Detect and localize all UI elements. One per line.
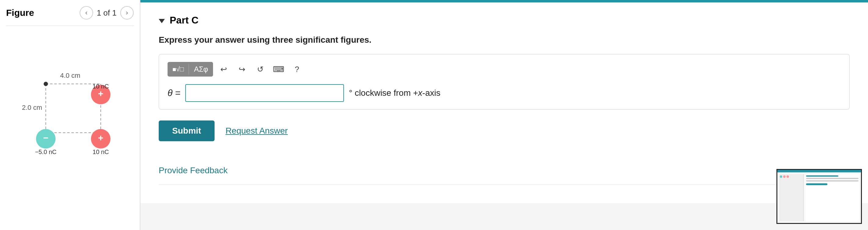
pagination: ‹ 1 of 1 ›: [80, 6, 134, 20]
content-area: Part C Express your answer using three s…: [141, 2, 868, 203]
thumbnail-dot-pink1: [783, 175, 785, 178]
theta-label: θ =: [167, 88, 180, 98]
unit-label: ° clockwise from +x-axis: [349, 88, 440, 98]
part-c-section: Part C Express your answer using three s…: [159, 2, 850, 185]
part-title: Part C: [170, 14, 198, 26]
figure-header: Figure ‹ 1 of 1 ›: [6, 6, 134, 20]
answer-input[interactable]: [185, 84, 344, 102]
keyboard-icon: ⌨: [273, 65, 284, 74]
svg-text:2.0 cm: 2.0 cm: [22, 104, 42, 111]
svg-text:+: +: [98, 89, 103, 99]
answer-row: θ = ° clockwise from +x-axis: [167, 84, 841, 102]
thumbnail-line-1: [806, 175, 838, 176]
thumbnail-line-2: [806, 178, 859, 179]
help-button[interactable]: ?: [289, 62, 305, 77]
thumbnail-right-panel: [805, 174, 859, 221]
figure-title: Figure: [6, 8, 34, 18]
undo-icon: ↩: [220, 65, 227, 74]
svg-text:10 nC: 10 nC: [92, 83, 108, 90]
svg-text:+: +: [98, 133, 103, 143]
reload-icon: ↺: [257, 65, 264, 74]
next-page-button[interactable]: ›: [120, 6, 134, 20]
instruction-text: Express your answer using three signific…: [159, 35, 850, 45]
undo-button[interactable]: ↩: [216, 62, 231, 77]
thumbnail-submit-btn: [806, 183, 828, 185]
right-panel: Part C Express your answer using three s…: [141, 0, 868, 230]
redo-button[interactable]: ↪: [235, 62, 250, 77]
keyboard-button[interactable]: ⌨: [271, 62, 286, 77]
reload-button[interactable]: ↺: [253, 62, 268, 77]
thumbnail-content: [777, 172, 861, 223]
figure-divider: [6, 26, 134, 26]
math-toolbar-group: ■√□ AΣφ: [167, 62, 213, 76]
page-info: 1 of 1: [97, 8, 117, 18]
diagram-container: 4.0 cm 2.0 cm + 10 nC + 10 nC − −5.0 nC: [6, 32, 134, 197]
help-icon: ?: [295, 65, 299, 74]
thumbnail-top-bar: [777, 170, 861, 172]
svg-text:4.0 cm: 4.0 cm: [60, 72, 80, 79]
math-input-container: ■√□ AΣφ ↩ ↪ ↺: [159, 54, 850, 109]
left-panel: Figure ‹ 1 of 1 › 4.0 cm 2.0 cm + 10 nC: [0, 0, 141, 230]
provide-feedback-link[interactable]: Provide Feedback: [159, 160, 850, 175]
part-header: Part C: [159, 14, 850, 26]
thumbnail-preview: [776, 169, 862, 224]
thumbnail-dot-pink2: [786, 175, 789, 178]
prev-page-button[interactable]: ‹: [80, 6, 93, 20]
math-toolbar: ■√□ AΣφ ↩ ↪ ↺: [167, 62, 841, 77]
thumbnail-dots: [779, 174, 803, 179]
degree-symbol: °: [349, 88, 352, 98]
submit-button[interactable]: Submit: [159, 121, 215, 141]
top-bar: [141, 0, 868, 2]
redo-icon: ↪: [239, 65, 245, 74]
svg-text:10 nC: 10 nC: [92, 149, 108, 155]
physics-diagram: 4.0 cm 2.0 cm + 10 nC + 10 nC − −5.0 nC: [6, 32, 134, 197]
thumbnail-left-panel: [779, 174, 804, 221]
action-row: Submit Request Answer: [159, 121, 850, 141]
svg-text:−: −: [43, 133, 49, 143]
svg-text:−5.0 nC: −5.0 nC: [35, 149, 57, 155]
greek-symbols-button[interactable]: AΣφ: [189, 62, 213, 76]
math-templates-button[interactable]: ■√□: [167, 62, 189, 76]
thumbnail-dot-teal: [780, 175, 782, 178]
svg-point-4: [44, 82, 48, 86]
collapse-button[interactable]: [159, 19, 165, 23]
request-answer-button[interactable]: Request Answer: [225, 126, 288, 136]
thumbnail-line-3: [806, 180, 859, 182]
thumbnail-inner: [777, 170, 861, 223]
